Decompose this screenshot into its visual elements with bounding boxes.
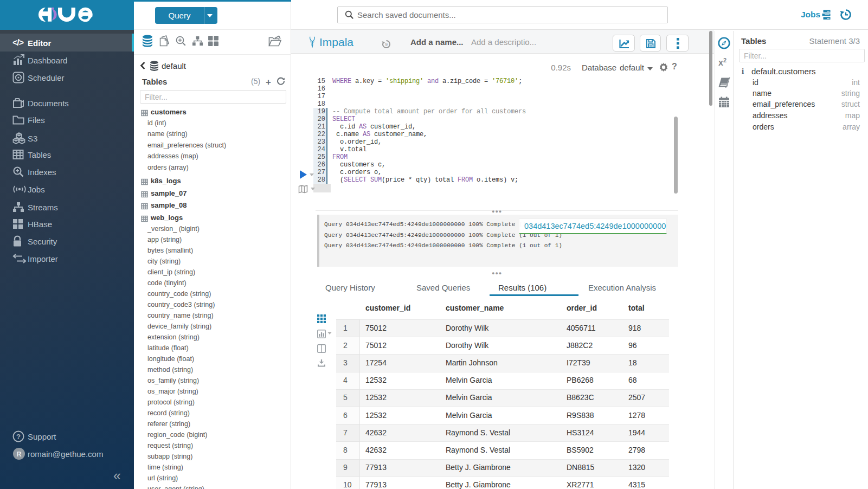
svg-text:9: 9 — [385, 42, 388, 47]
svg-text:R: R — [17, 451, 22, 458]
svg-text:?: ? — [16, 433, 21, 441]
